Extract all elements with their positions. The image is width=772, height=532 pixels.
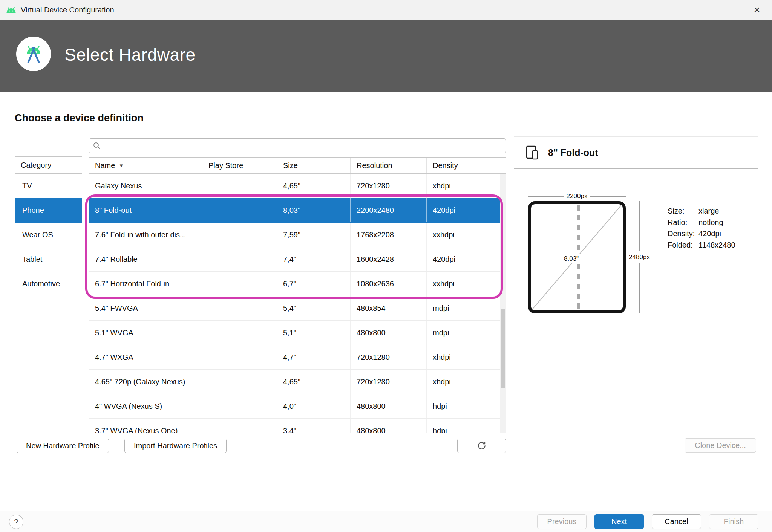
cell-playstore	[202, 321, 277, 345]
table-row[interactable]: 4" WVGA (Nexus S) 4,0" 480x800 hdpi	[89, 394, 506, 419]
cell-playstore	[202, 419, 277, 433]
cell-resolution: 480x800	[351, 321, 427, 345]
cell-size: 5,4"	[277, 296, 351, 320]
cell-size: 7,4"	[277, 247, 351, 271]
cell-name: 3.7" WVGA (Nexus One)	[89, 419, 202, 433]
diagonal-size-label: 8,03"	[562, 254, 581, 263]
cell-playstore	[202, 394, 277, 418]
table-row[interactable]: 3.7" WVGA (Nexus One) 3,4" 480x800 hdpi	[89, 419, 506, 433]
clone-device-button[interactable]: Clone Device...	[685, 438, 756, 453]
sidebar-item-automotive[interactable]: Automotive	[15, 272, 82, 296]
column-header-playstore[interactable]: Play Store	[202, 158, 277, 173]
cell-density: mdpi	[427, 321, 493, 345]
window-title: Virtual Device Configuration	[21, 6, 114, 14]
width-dimension: 2200px	[528, 192, 626, 201]
category-column-header: Category	[15, 157, 82, 174]
page-title: Select Hardware	[64, 44, 196, 65]
cell-resolution: 480x800	[351, 419, 427, 433]
column-header-name[interactable]: Name ▼	[89, 158, 202, 173]
cell-resolution: 480x800	[351, 394, 427, 418]
sidebar-item-wear-os[interactable]: Wear OS	[15, 223, 82, 247]
cell-size: 4,0"	[277, 394, 351, 418]
table-row[interactable]: 7.6" Fold-in with outer dis... 7,59" 176…	[89, 223, 506, 247]
table-row[interactable]: Galaxy Nexus 4,65" 720x1280 xhdpi	[89, 174, 506, 198]
table-row[interactable]: 5.4" FWVGA 5,4" 480x854 mdpi	[89, 296, 506, 321]
sidebar-item-tv[interactable]: TV	[15, 174, 82, 198]
search-box[interactable]	[89, 138, 506, 153]
scrollbar-thumb[interactable]	[501, 309, 505, 388]
cell-resolution: 720x1280	[351, 345, 427, 369]
android-logo-icon	[6, 7, 16, 13]
cell-name: 8" Fold-out	[89, 198, 202, 222]
cell-size: 8,03"	[277, 198, 351, 222]
device-table: Name ▼ Play Store Size Resolution Densit…	[89, 157, 506, 433]
cell-playstore	[202, 223, 277, 247]
cell-density: xhdpi	[427, 370, 493, 394]
cell-name: 4" WVGA (Nexus S)	[89, 394, 202, 418]
table-row[interactable]: 4.7" WXGA 4,7" 720x1280 xhdpi	[89, 345, 506, 370]
wizard-header: Select Hardware	[0, 20, 772, 92]
cell-size: 3,4"	[277, 419, 351, 433]
cell-playstore	[202, 174, 277, 198]
cell-name: Galaxy Nexus	[89, 174, 202, 198]
height-dimension-label: 2480px	[629, 254, 650, 261]
device-detail-panel: 8" Fold-out 2200px 8,03" 2480px Size: xl…	[514, 136, 758, 455]
category-panel: Category TV Phone Wear OS Tablet Automot…	[15, 156, 82, 433]
spec-value: 420dpi	[698, 229, 735, 238]
finish-button[interactable]: Finish	[709, 514, 758, 529]
height-dimension: 2480px	[627, 201, 651, 313]
refresh-button[interactable]	[457, 439, 506, 453]
previous-button[interactable]: Previous	[537, 514, 587, 529]
cancel-button[interactable]: Cancel	[652, 514, 701, 529]
cell-playstore	[202, 296, 277, 320]
cell-density: xhdpi	[427, 174, 493, 198]
cell-name: 4.65" 720p (Galaxy Nexus)	[89, 370, 202, 394]
spec-label: Ratio:	[668, 218, 698, 227]
detail-header: 8" Fold-out	[514, 137, 758, 169]
new-hardware-profile-button[interactable]: New Hardware Profile	[17, 439, 109, 453]
cell-size: 5,1"	[277, 321, 351, 345]
spec-value: notlong	[698, 218, 735, 227]
table-row[interactable]: 7.4" Rollable 7,4" 1600x2428 420dpi	[89, 247, 506, 272]
column-header-resolution[interactable]: Resolution	[351, 158, 427, 173]
cell-density: mdpi	[427, 296, 493, 320]
cell-name: 7.4" Rollable	[89, 247, 202, 271]
cell-name: 6.7" Horizontal Fold-in	[89, 272, 202, 296]
cell-size: 7,59"	[277, 223, 351, 247]
cell-size: 4,65"	[277, 174, 351, 198]
search-input[interactable]	[104, 139, 506, 153]
cell-resolution: 720x1280	[351, 174, 427, 198]
table-row[interactable]: 6.7" Horizontal Fold-in 6,7" 1080x2636 x…	[89, 272, 506, 296]
cell-resolution: 720x1280	[351, 370, 427, 394]
table-row[interactable]: 5.1" WVGA 5,1" 480x800 mdpi	[89, 321, 506, 345]
cell-density: hdpi	[427, 419, 493, 433]
spec-label: Size:	[668, 207, 698, 216]
search-icon	[93, 142, 101, 150]
close-icon[interactable]: ×	[747, 0, 767, 20]
next-button[interactable]: Next	[594, 514, 644, 529]
cell-density: 420dpi	[427, 247, 493, 271]
column-header-density[interactable]: Density	[427, 158, 493, 173]
cell-playstore	[202, 345, 277, 369]
cell-density: xxhdpi	[427, 223, 493, 247]
sidebar-item-tablet[interactable]: Tablet	[15, 247, 82, 272]
table-row[interactable]: 4.65" 720p (Galaxy Nexus) 4,65" 720x1280…	[89, 370, 506, 394]
sidebar-item-phone[interactable]: Phone	[15, 198, 82, 223]
cell-density: xxhdpi	[427, 272, 493, 296]
bottom-bar: ? Previous Next Cancel Finish	[0, 511, 772, 532]
help-icon[interactable]: ?	[9, 515, 23, 529]
titlebar: Virtual Device Configuration ×	[0, 0, 772, 20]
import-hardware-profiles-button[interactable]: Import Hardware Profiles	[124, 439, 227, 453]
table-row-selected[interactable]: 8" Fold-out 8,03" 2200x2480 420dpi	[89, 198, 506, 223]
cell-playstore	[202, 370, 277, 394]
device-specs: Size: xlarge Ratio: notlong Density: 420…	[668, 207, 735, 249]
spec-label: Density:	[668, 229, 698, 238]
cell-size: 4,7"	[277, 345, 351, 369]
cell-size: 4,65"	[277, 370, 351, 394]
width-dimension-label: 2200px	[567, 193, 588, 200]
column-header-size[interactable]: Size	[277, 158, 351, 173]
detail-device-name: 8" Fold-out	[548, 147, 598, 158]
spec-label: Folded:	[668, 241, 698, 249]
table-scrollbar[interactable]	[500, 174, 506, 433]
android-studio-logo-icon	[16, 37, 51, 71]
